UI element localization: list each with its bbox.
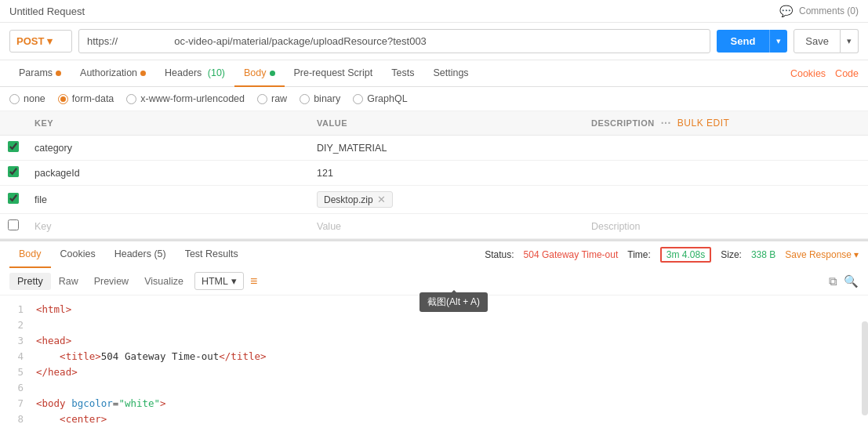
url-input[interactable]	[78, 29, 710, 53]
row2-description[interactable]	[583, 161, 868, 186]
scrollbar[interactable]	[862, 321, 868, 415]
row2-checkbox-cell	[0, 161, 27, 186]
send-button-group: Send ▾	[717, 30, 788, 53]
th-value: VALUE	[309, 111, 583, 136]
search-icon[interactable]: 🔍	[844, 274, 859, 288]
empty-checkbox[interactable]	[8, 219, 19, 230]
tab-params[interactable]: Params	[9, 60, 71, 87]
line-num-2: 2	[9, 317, 24, 333]
empty-checkbox-cell	[0, 214, 27, 239]
value-placeholder: Value	[317, 221, 341, 232]
time-value: 3m 4.08s	[660, 247, 711, 263]
format-tab-raw[interactable]: Raw	[51, 273, 86, 290]
line-num-5: 5	[9, 364, 24, 380]
response-status-bar: Body Cookies Headers (5) Test Results St…	[0, 240, 868, 267]
format-tab-preview[interactable]: Preview	[86, 273, 136, 290]
save-response-chevron: ▾	[854, 249, 859, 260]
resp-tab-cookies[interactable]: Cookies	[51, 241, 105, 268]
th-description-actions: DESCRIPTION ··· Bulk Edit	[591, 117, 860, 129]
more-options-icon[interactable]: ···	[661, 117, 671, 129]
save-response-button[interactable]: Save Response ▾	[785, 249, 859, 260]
tab-authorization[interactable]: Authorization	[71, 60, 155, 87]
line-code-1: <html>	[36, 302, 71, 317]
radio-graphql[interactable]: GraphQL	[353, 93, 407, 104]
line-num-8: 8	[9, 411, 24, 427]
line-num-3: 3	[9, 333, 24, 349]
radio-raw[interactable]: raw	[257, 93, 287, 104]
radio-form-data[interactable]: form-data	[58, 93, 114, 104]
method-label: POST	[16, 35, 44, 47]
save-button[interactable]: Save	[794, 29, 841, 53]
code-line-2: 2	[9, 317, 859, 333]
copy-icon[interactable]: ⧉	[829, 274, 837, 288]
code-line-7: 7 <body bgcolor="white">	[9, 396, 859, 411]
row3-description[interactable]	[583, 186, 868, 214]
body-type-row: none form-data x-www-form-urlencoded raw…	[0, 87, 868, 111]
file-tag-remove[interactable]: ✕	[377, 194, 386, 205]
radio-binary-label: binary	[314, 93, 340, 104]
tab-headers[interactable]: Headers (10)	[155, 60, 234, 87]
row2-checkbox[interactable]	[8, 166, 19, 177]
empty-key[interactable]: Key	[27, 214, 309, 239]
th-key: KEY	[27, 111, 309, 136]
row2-key[interactable]: packageId	[27, 161, 309, 186]
app-window: Untitled Request 💬 Comments (0) POST ▾ S…	[0, 0, 868, 435]
format-select-chevron: ▾	[231, 275, 237, 287]
title-bar-right: 💬 Comments (0)	[779, 5, 859, 17]
resp-tab-testresults[interactable]: Test Results	[176, 241, 248, 268]
table-row: packageId 121	[0, 161, 868, 186]
format-tab-pretty[interactable]: Pretty	[9, 273, 51, 290]
radio-binary[interactable]: binary	[300, 93, 340, 104]
format-select[interactable]: HTML ▾	[194, 272, 244, 290]
cookies-link[interactable]: Cookies	[790, 68, 826, 79]
desc-placeholder: Description	[591, 221, 641, 232]
line-code-7: <body bgcolor="white">	[36, 396, 166, 411]
radio-form-data-circle	[58, 94, 68, 104]
radio-none[interactable]: none	[9, 93, 45, 104]
wrap-icon[interactable]: ≡	[250, 274, 257, 288]
row3-value: Desktop.zip ✕	[309, 186, 583, 214]
format-tab-visualize[interactable]: Visualize	[136, 273, 191, 290]
row3-key[interactable]: file	[27, 186, 309, 214]
bulk-edit-button[interactable]: Bulk Edit	[677, 118, 730, 129]
row1-checkbox[interactable]	[8, 141, 19, 152]
radio-form-data-label: form-data	[72, 93, 114, 104]
row3-checkbox-cell	[0, 186, 27, 214]
method-select[interactable]: POST ▾	[9, 30, 72, 53]
send-button[interactable]: Send	[717, 30, 770, 53]
th-checkbox	[0, 111, 27, 136]
line-code-3: <head>	[36, 333, 71, 349]
radio-urlencoded-circle	[126, 94, 136, 104]
row1-value[interactable]: DIY_MATERIAL	[309, 136, 583, 161]
row3-checkbox[interactable]	[8, 193, 19, 204]
format-icons: ⧉ 🔍	[829, 274, 859, 288]
resp-status-right: Status: 504 Gateway Time-out Time: 3m 4.…	[485, 247, 859, 263]
code-line-5: 5 </head>	[9, 364, 859, 380]
empty-value[interactable]: Value	[309, 214, 583, 239]
comments-label[interactable]: Comments (0)	[799, 5, 859, 16]
radio-form-data-inner	[60, 96, 66, 102]
tooltip-text: 截图(Alt + A)	[427, 296, 480, 307]
tab-settings[interactable]: Settings	[423, 60, 478, 87]
code-link[interactable]: Code	[835, 68, 859, 79]
size-label: Size:	[721, 249, 742, 260]
resp-tab-headers[interactable]: Headers (5)	[105, 241, 176, 268]
row1-description[interactable]	[583, 136, 868, 161]
line-code-5: </head>	[36, 364, 78, 380]
save-dropdown-button[interactable]: ▾	[841, 29, 859, 53]
file-tag-name: Desktop.zip	[324, 194, 373, 205]
radio-graphql-label: GraphQL	[367, 93, 407, 104]
radio-urlencoded[interactable]: x-www-form-urlencoded	[126, 93, 245, 104]
code-line-8: 8 <center>	[9, 411, 859, 427]
send-dropdown-button[interactable]: ▾	[769, 30, 787, 53]
tab-prerequest[interactable]: Pre-request Script	[285, 60, 383, 87]
resp-tab-body[interactable]: Body	[9, 241, 51, 268]
request-tabs: Params Authorization Headers (10) Body P…	[0, 60, 868, 87]
row1-key[interactable]: category	[27, 136, 309, 161]
tab-body[interactable]: Body	[234, 60, 285, 87]
radio-none-label: none	[24, 93, 45, 104]
tab-tests[interactable]: Tests	[382, 60, 423, 87]
empty-description[interactable]: Description	[583, 214, 868, 239]
row2-value[interactable]: 121	[309, 161, 583, 186]
form-table: KEY VALUE DESCRIPTION ··· Bulk Edit cate…	[0, 111, 868, 239]
